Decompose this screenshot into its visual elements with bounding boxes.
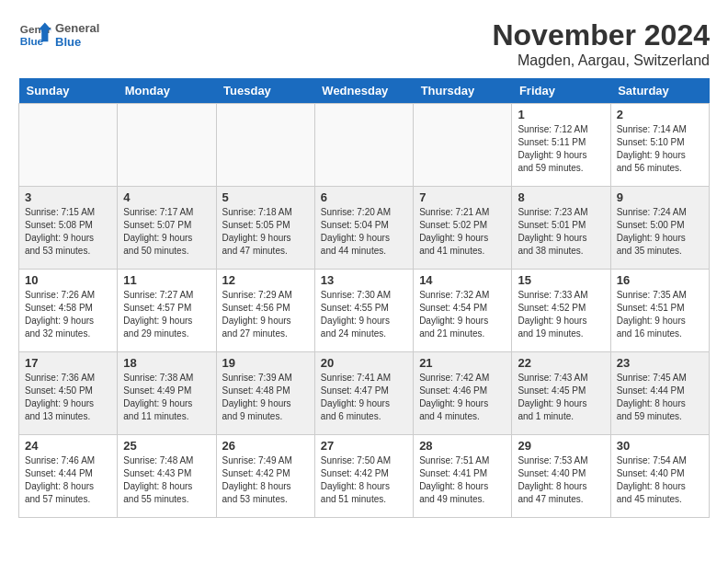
- day-info: Sunrise: 7:12 AM Sunset: 5:11 PM Dayligh…: [518, 123, 604, 175]
- calendar-cell: [19, 104, 118, 187]
- calendar-cell: 25Sunrise: 7:48 AM Sunset: 4:43 PM Dayli…: [118, 435, 216, 518]
- day-number: 29: [518, 439, 604, 453]
- day-info: Sunrise: 7:26 AM Sunset: 4:58 PM Dayligh…: [25, 289, 111, 340]
- day-info: Sunrise: 7:23 AM Sunset: 5:01 PM Dayligh…: [518, 206, 604, 258]
- day-info: Sunrise: 7:35 AM Sunset: 4:51 PM Dayligh…: [617, 289, 703, 340]
- calendar-cell: 16Sunrise: 7:35 AM Sunset: 4:51 PM Dayli…: [610, 270, 709, 352]
- calendar-cell: 8Sunrise: 7:23 AM Sunset: 5:01 PM Daylig…: [512, 187, 610, 270]
- day-number: 9: [617, 190, 703, 204]
- day-number: 2: [617, 108, 703, 121]
- day-info: Sunrise: 7:24 AM Sunset: 5:00 PM Dayligh…: [617, 206, 703, 258]
- weekday-header-thursday: Thursday: [414, 78, 512, 104]
- day-info: Sunrise: 7:21 AM Sunset: 5:02 PM Dayligh…: [419, 206, 506, 258]
- day-number: 27: [321, 439, 407, 453]
- day-info: Sunrise: 7:54 AM Sunset: 4:40 PM Dayligh…: [617, 454, 703, 506]
- logo: General Blue General Blue: [18, 18, 99, 52]
- calendar-cell: [314, 104, 413, 187]
- day-info: Sunrise: 7:39 AM Sunset: 4:48 PM Dayligh…: [222, 372, 309, 423]
- day-info: Sunrise: 7:14 AM Sunset: 5:10 PM Dayligh…: [617, 123, 703, 175]
- calendar-week-row: 3Sunrise: 7:15 AM Sunset: 5:08 PM Daylig…: [19, 187, 710, 270]
- day-info: Sunrise: 7:43 AM Sunset: 4:45 PM Dayligh…: [518, 372, 604, 423]
- calendar-cell: [414, 104, 512, 187]
- day-number: 23: [617, 356, 703, 370]
- day-info: Sunrise: 7:38 AM Sunset: 4:49 PM Dayligh…: [123, 372, 210, 423]
- calendar-cell: 28Sunrise: 7:51 AM Sunset: 4:41 PM Dayli…: [414, 435, 512, 518]
- month-title: November 2024: [492, 18, 710, 52]
- weekday-header-wednesday: Wednesday: [314, 78, 413, 104]
- weekday-header-monday: Monday: [118, 78, 216, 104]
- day-number: 20: [321, 356, 407, 370]
- weekday-header-sunday: Sunday: [19, 78, 118, 104]
- calendar-cell: 3Sunrise: 7:15 AM Sunset: 5:08 PM Daylig…: [19, 187, 118, 270]
- day-info: Sunrise: 7:20 AM Sunset: 5:04 PM Dayligh…: [321, 206, 407, 258]
- day-number: 15: [518, 273, 604, 287]
- weekday-header-friday: Friday: [512, 78, 610, 104]
- calendar-week-row: 17Sunrise: 7:36 AM Sunset: 4:50 PM Dayli…: [19, 352, 710, 435]
- calendar-cell: 27Sunrise: 7:50 AM Sunset: 4:42 PM Dayli…: [314, 435, 413, 518]
- day-number: 5: [222, 190, 309, 204]
- day-info: Sunrise: 7:27 AM Sunset: 4:57 PM Dayligh…: [123, 289, 210, 340]
- calendar-cell: 9Sunrise: 7:24 AM Sunset: 5:00 PM Daylig…: [610, 187, 709, 270]
- day-number: 12: [222, 273, 309, 287]
- location-title: Magden, Aargau, Switzerland: [492, 52, 710, 69]
- day-number: 30: [617, 439, 703, 453]
- day-info: Sunrise: 7:51 AM Sunset: 4:41 PM Dayligh…: [419, 454, 506, 506]
- day-info: Sunrise: 7:50 AM Sunset: 4:42 PM Dayligh…: [321, 454, 407, 506]
- day-number: 4: [123, 190, 210, 204]
- calendar-cell: [216, 104, 314, 187]
- svg-text:Blue: Blue: [20, 35, 44, 47]
- calendar-cell: 14Sunrise: 7:32 AM Sunset: 4:54 PM Dayli…: [414, 270, 512, 352]
- day-info: Sunrise: 7:33 AM Sunset: 4:52 PM Dayligh…: [518, 289, 604, 340]
- calendar-cell: 20Sunrise: 7:41 AM Sunset: 4:47 PM Dayli…: [314, 352, 413, 435]
- day-info: Sunrise: 7:53 AM Sunset: 4:40 PM Dayligh…: [518, 454, 604, 506]
- calendar-cell: 17Sunrise: 7:36 AM Sunset: 4:50 PM Dayli…: [19, 352, 118, 435]
- logo-blue-text: Blue: [55, 35, 99, 49]
- day-info: Sunrise: 7:49 AM Sunset: 4:42 PM Dayligh…: [222, 454, 309, 506]
- day-info: Sunrise: 7:36 AM Sunset: 4:50 PM Dayligh…: [25, 372, 111, 423]
- day-number: 14: [419, 273, 506, 287]
- day-info: Sunrise: 7:46 AM Sunset: 4:44 PM Dayligh…: [25, 454, 111, 506]
- day-number: 13: [321, 273, 407, 287]
- calendar-cell: 12Sunrise: 7:29 AM Sunset: 4:56 PM Dayli…: [216, 270, 314, 352]
- day-number: 24: [25, 439, 111, 453]
- calendar-table: SundayMondayTuesdayWednesdayThursdayFrid…: [18, 78, 710, 518]
- calendar-week-row: 24Sunrise: 7:46 AM Sunset: 4:44 PM Dayli…: [19, 435, 710, 518]
- calendar-cell: 5Sunrise: 7:18 AM Sunset: 5:05 PM Daylig…: [216, 187, 314, 270]
- day-info: Sunrise: 7:29 AM Sunset: 4:56 PM Dayligh…: [222, 289, 309, 340]
- calendar-cell: 19Sunrise: 7:39 AM Sunset: 4:48 PM Dayli…: [216, 352, 314, 435]
- day-info: Sunrise: 7:18 AM Sunset: 5:05 PM Dayligh…: [222, 206, 309, 258]
- calendar-cell: 30Sunrise: 7:54 AM Sunset: 4:40 PM Dayli…: [610, 435, 709, 518]
- logo-general-text: General: [55, 21, 99, 35]
- day-info: Sunrise: 7:17 AM Sunset: 5:07 PM Dayligh…: [123, 206, 210, 258]
- day-number: 28: [419, 439, 506, 453]
- day-info: Sunrise: 7:41 AM Sunset: 4:47 PM Dayligh…: [321, 372, 407, 423]
- calendar-week-row: 10Sunrise: 7:26 AM Sunset: 4:58 PM Dayli…: [19, 270, 710, 352]
- calendar-cell: 15Sunrise: 7:33 AM Sunset: 4:52 PM Dayli…: [512, 270, 610, 352]
- calendar-cell: 22Sunrise: 7:43 AM Sunset: 4:45 PM Dayli…: [512, 352, 610, 435]
- day-number: 11: [123, 273, 210, 287]
- day-info: Sunrise: 7:42 AM Sunset: 4:46 PM Dayligh…: [419, 372, 506, 423]
- calendar-cell: 11Sunrise: 7:27 AM Sunset: 4:57 PM Dayli…: [118, 270, 216, 352]
- day-number: 10: [25, 273, 111, 287]
- day-info: Sunrise: 7:32 AM Sunset: 4:54 PM Dayligh…: [419, 289, 506, 340]
- calendar-header-row: SundayMondayTuesdayWednesdayThursdayFrid…: [19, 78, 710, 104]
- calendar-cell: 1Sunrise: 7:12 AM Sunset: 5:11 PM Daylig…: [512, 104, 610, 187]
- calendar-week-row: 1Sunrise: 7:12 AM Sunset: 5:11 PM Daylig…: [19, 104, 710, 187]
- day-number: 16: [617, 273, 703, 287]
- day-number: 7: [419, 190, 506, 204]
- calendar-cell: 13Sunrise: 7:30 AM Sunset: 4:55 PM Dayli…: [314, 270, 413, 352]
- day-number: 26: [222, 439, 309, 453]
- day-number: 8: [518, 190, 604, 204]
- calendar-cell: 24Sunrise: 7:46 AM Sunset: 4:44 PM Dayli…: [19, 435, 118, 518]
- calendar-cell: 2Sunrise: 7:14 AM Sunset: 5:10 PM Daylig…: [610, 104, 709, 187]
- day-number: 3: [25, 190, 111, 204]
- calendar-cell: 7Sunrise: 7:21 AM Sunset: 5:02 PM Daylig…: [414, 187, 512, 270]
- day-info: Sunrise: 7:15 AM Sunset: 5:08 PM Dayligh…: [25, 206, 111, 258]
- day-number: 17: [25, 356, 111, 370]
- day-number: 19: [222, 356, 309, 370]
- calendar-cell: 10Sunrise: 7:26 AM Sunset: 4:58 PM Dayli…: [19, 270, 118, 352]
- day-info: Sunrise: 7:48 AM Sunset: 4:43 PM Dayligh…: [123, 454, 210, 506]
- day-info: Sunrise: 7:30 AM Sunset: 4:55 PM Dayligh…: [321, 289, 407, 340]
- calendar-cell: [118, 104, 216, 187]
- calendar-cell: 4Sunrise: 7:17 AM Sunset: 5:07 PM Daylig…: [118, 187, 216, 270]
